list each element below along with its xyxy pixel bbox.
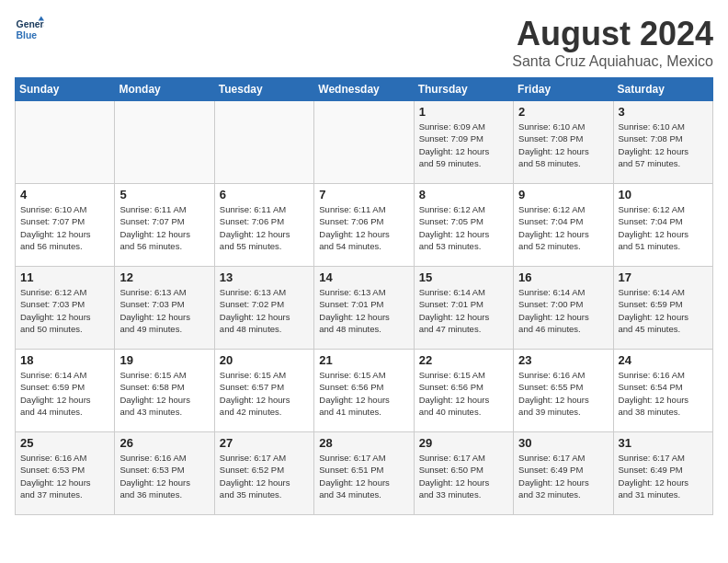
day-number: 14 [319,270,408,284]
cell-info: Sunrise: 6:10 AM Sunset: 7:08 PM Dayligh… [518,121,608,169]
svg-text:General: General [17,19,44,29]
cell-info: Sunrise: 6:12 AM Sunset: 7:04 PM Dayligh… [518,203,608,252]
svg-marker-2 [39,17,44,21]
calendar-cell: 28Sunrise: 6:17 AM Sunset: 6:51 PM Dayli… [314,432,414,515]
cell-info: Sunrise: 6:15 AM Sunset: 6:56 PM Dayligh… [319,369,408,418]
calendar-cell: 5Sunrise: 6:11 AM Sunset: 7:07 PM Daylig… [115,184,214,267]
calendar-cell: 14Sunrise: 6:13 AM Sunset: 7:01 PM Dayli… [314,267,414,350]
calendar-cell: 17Sunrise: 6:14 AM Sunset: 6:59 PM Dayli… [613,267,712,350]
day-number: 12 [119,270,209,284]
cell-info: Sunrise: 6:15 AM Sunset: 6:57 PM Dayligh… [220,369,309,418]
cell-info: Sunrise: 6:11 AM Sunset: 7:06 PM Dayligh… [319,203,408,252]
calendar-cell: 4Sunrise: 6:10 AM Sunset: 7:07 PM Daylig… [16,184,115,267]
calendar-cell: 3Sunrise: 6:10 AM Sunset: 7:08 PM Daylig… [613,101,712,184]
calendar-cell: 6Sunrise: 6:11 AM Sunset: 7:06 PM Daylig… [214,184,313,267]
day-number: 26 [119,436,209,450]
cell-info: Sunrise: 6:12 AM Sunset: 7:03 PM Dayligh… [20,286,109,335]
day-number: 27 [220,436,309,450]
day-number: 22 [419,353,508,367]
day-number: 16 [518,270,608,284]
cell-info: Sunrise: 6:17 AM Sunset: 6:50 PM Dayligh… [419,452,508,500]
cell-info: Sunrise: 6:14 AM Sunset: 7:00 PM Dayligh… [518,286,608,335]
calendar-cell: 18Sunrise: 6:14 AM Sunset: 6:59 PM Dayli… [16,350,115,432]
cell-info: Sunrise: 6:13 AM Sunset: 7:01 PM Dayligh… [319,286,408,335]
cell-info: Sunrise: 6:16 AM Sunset: 6:54 PM Dayligh… [619,369,708,418]
cell-info: Sunrise: 6:15 AM Sunset: 6:56 PM Dayligh… [419,369,508,418]
svg-text:Blue: Blue [17,30,38,40]
calendar-cell [16,101,115,184]
calendar-cell: 1Sunrise: 6:09 AM Sunset: 7:09 PM Daylig… [414,101,513,184]
day-number: 2 [518,105,608,119]
cell-info: Sunrise: 6:17 AM Sunset: 6:52 PM Dayligh… [220,452,309,500]
weekday-header-friday: Friday [514,78,613,101]
calendar-cell: 30Sunrise: 6:17 AM Sunset: 6:49 PM Dayli… [514,432,613,515]
day-number: 29 [419,436,508,450]
day-number: 28 [319,436,408,450]
calendar-cell: 26Sunrise: 6:16 AM Sunset: 6:53 PM Dayli… [115,432,214,515]
calendar-cell: 2Sunrise: 6:10 AM Sunset: 7:08 PM Daylig… [514,101,613,184]
day-number: 13 [220,270,309,284]
weekday-header-wednesday: Wednesday [314,78,414,101]
cell-info: Sunrise: 6:10 AM Sunset: 7:08 PM Dayligh… [619,121,708,169]
day-number: 25 [20,436,109,450]
cell-info: Sunrise: 6:16 AM Sunset: 6:53 PM Dayligh… [20,452,109,500]
calendar-cell: 31Sunrise: 6:17 AM Sunset: 6:49 PM Dayli… [613,432,712,515]
day-number: 9 [518,188,608,201]
cell-info: Sunrise: 6:13 AM Sunset: 7:02 PM Dayligh… [220,286,309,335]
calendar-cell: 12Sunrise: 6:13 AM Sunset: 7:03 PM Dayli… [115,267,214,350]
day-number: 17 [619,270,708,284]
week-row-1: 1Sunrise: 6:09 AM Sunset: 7:09 PM Daylig… [16,101,713,184]
calendar-cell: 27Sunrise: 6:17 AM Sunset: 6:52 PM Dayli… [214,432,313,515]
cell-info: Sunrise: 6:17 AM Sunset: 6:49 PM Dayligh… [518,452,608,500]
cell-info: Sunrise: 6:16 AM Sunset: 6:55 PM Dayligh… [518,369,608,418]
day-number: 6 [220,188,309,201]
cell-info: Sunrise: 6:14 AM Sunset: 6:59 PM Dayligh… [619,286,708,335]
day-number: 10 [619,188,708,201]
week-row-3: 11Sunrise: 6:12 AM Sunset: 7:03 PM Dayli… [16,267,713,350]
cell-info: Sunrise: 6:14 AM Sunset: 7:01 PM Dayligh… [419,286,508,335]
calendar-cell: 24Sunrise: 6:16 AM Sunset: 6:54 PM Dayli… [613,350,712,432]
calendar-cell: 8Sunrise: 6:12 AM Sunset: 7:05 PM Daylig… [414,184,513,267]
calendar-cell: 15Sunrise: 6:14 AM Sunset: 7:01 PM Dayli… [414,267,513,350]
calendar-cell [314,101,414,184]
cell-info: Sunrise: 6:12 AM Sunset: 7:05 PM Dayligh… [419,203,508,252]
day-number: 8 [419,188,508,201]
calendar-table: SundayMondayTuesdayWednesdayThursdayFrid… [15,77,713,515]
logo-icon: General Blue [15,15,44,44]
cell-info: Sunrise: 6:12 AM Sunset: 7:04 PM Dayligh… [619,203,708,252]
day-number: 21 [319,353,408,367]
cell-info: Sunrise: 6:17 AM Sunset: 6:51 PM Dayligh… [319,452,408,500]
calendar-cell: 22Sunrise: 6:15 AM Sunset: 6:56 PM Dayli… [414,350,513,432]
calendar-cell: 10Sunrise: 6:12 AM Sunset: 7:04 PM Dayli… [613,184,712,267]
day-number: 24 [619,353,708,367]
cell-info: Sunrise: 6:17 AM Sunset: 6:49 PM Dayligh… [619,452,708,500]
cell-info: Sunrise: 6:11 AM Sunset: 7:06 PM Dayligh… [220,203,309,252]
weekday-header-tuesday: Tuesday [214,78,313,101]
cell-info: Sunrise: 6:13 AM Sunset: 7:03 PM Dayligh… [119,286,209,335]
calendar-cell: 16Sunrise: 6:14 AM Sunset: 7:00 PM Dayli… [514,267,613,350]
weekday-header-saturday: Saturday [613,78,712,101]
cell-info: Sunrise: 6:10 AM Sunset: 7:07 PM Dayligh… [20,203,109,252]
day-number: 18 [20,353,109,367]
cell-info: Sunrise: 6:09 AM Sunset: 7:09 PM Dayligh… [419,121,508,169]
day-number: 23 [518,353,608,367]
day-number: 3 [619,105,708,119]
weekday-header-thursday: Thursday [414,78,513,101]
calendar-cell: 21Sunrise: 6:15 AM Sunset: 6:56 PM Dayli… [314,350,414,432]
title-area: August 2024 Santa Cruz Aquiahuac, Mexico [512,15,713,70]
day-number: 7 [319,188,408,201]
calendar-cell: 13Sunrise: 6:13 AM Sunset: 7:02 PM Dayli… [214,267,313,350]
cell-info: Sunrise: 6:15 AM Sunset: 6:58 PM Dayligh… [119,369,209,418]
calendar-cell: 25Sunrise: 6:16 AM Sunset: 6:53 PM Dayli… [16,432,115,515]
calendar-cell [214,101,313,184]
week-row-4: 18Sunrise: 6:14 AM Sunset: 6:59 PM Dayli… [16,350,713,432]
calendar-cell: 29Sunrise: 6:17 AM Sunset: 6:50 PM Dayli… [414,432,513,515]
day-number: 31 [619,436,708,450]
weekday-header-sunday: Sunday [16,78,115,101]
day-number: 5 [119,188,209,201]
cell-info: Sunrise: 6:11 AM Sunset: 7:07 PM Dayligh… [119,203,209,252]
calendar-cell: 9Sunrise: 6:12 AM Sunset: 7:04 PM Daylig… [514,184,613,267]
week-row-2: 4Sunrise: 6:10 AM Sunset: 7:07 PM Daylig… [16,184,713,267]
calendar-cell: 23Sunrise: 6:16 AM Sunset: 6:55 PM Dayli… [514,350,613,432]
calendar-cell: 7Sunrise: 6:11 AM Sunset: 7:06 PM Daylig… [314,184,414,267]
